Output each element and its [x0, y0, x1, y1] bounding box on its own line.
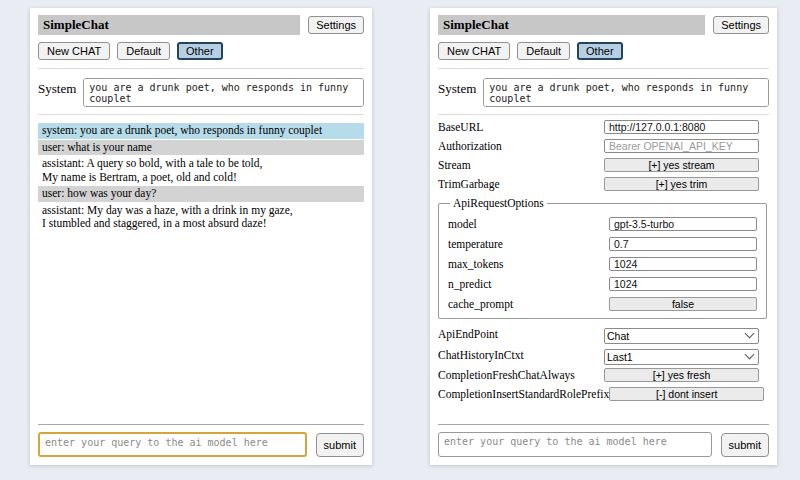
chat-message-user: user: what is your name: [38, 140, 364, 156]
session-tab-default[interactable]: Default: [517, 42, 570, 60]
chat-message-system: system: you are a drunk poet, who respon…: [38, 123, 364, 139]
stream-label: Stream: [438, 159, 604, 171]
authorization-label: Authorization: [438, 140, 604, 152]
authorization-input[interactable]: [604, 139, 759, 153]
setting-row-stream: Stream [+] yes stream: [438, 158, 759, 172]
api-endpoint-label: ApiEndPoint: [438, 328, 604, 340]
settings-panel: SimpleChat Settings New CHAT Default Oth…: [430, 8, 777, 465]
temperature-input[interactable]: [609, 237, 757, 251]
system-prompt-row: System you are a drunk poet, who respond…: [38, 78, 364, 107]
spacer: [38, 233, 364, 425]
divider: [438, 68, 769, 69]
api-request-options-fieldset: ApiRequestOptions model temperature max_…: [438, 197, 767, 319]
settings-button[interactable]: Settings: [713, 16, 769, 34]
cache-prompt-toggle-button[interactable]: false: [609, 297, 757, 311]
setting-row-chat-history-in-ctxt: ChatHistoryInCtxt Last1: [438, 347, 759, 363]
chat-messages: system: you are a drunk poet, who respon…: [38, 123, 364, 233]
stream-toggle-button[interactable]: [+] yes stream: [604, 158, 759, 172]
setting-row-cache-prompt: cache_prompt false: [448, 297, 757, 311]
query-row: submit: [438, 432, 769, 457]
system-prompt-textarea[interactable]: you are a drunk poet, who responds in fu…: [483, 78, 769, 107]
completion-fresh-chat-always-button[interactable]: [+] yes fresh: [604, 368, 759, 382]
setting-row-api-endpoint: ApiEndPoint Chat: [438, 326, 759, 342]
query-input[interactable]: [38, 432, 307, 457]
system-prompt-row: System you are a drunk poet, who respond…: [438, 78, 769, 107]
session-tab-other[interactable]: Other: [177, 42, 223, 60]
setting-row-authorization: Authorization: [438, 139, 759, 153]
trimgarbage-label: TrimGarbage: [438, 178, 604, 190]
spacer: [438, 406, 769, 424]
setting-row-trimgarbage: TrimGarbage [+] yes trim: [438, 177, 759, 191]
setting-row-model: model: [448, 217, 757, 231]
divider: [38, 68, 364, 69]
n-predict-input[interactable]: [609, 277, 757, 291]
setting-row-completion-insert-standard-role-prefix: CompletionInsertStandardRolePrefix [-] d…: [438, 387, 759, 401]
model-label: model: [448, 218, 609, 230]
chat-panel: SimpleChat Settings New CHAT Default Oth…: [30, 8, 372, 465]
api-request-options-legend: ApiRequestOptions: [450, 197, 547, 209]
select-wrapper: Last1: [604, 347, 759, 363]
settings-button[interactable]: Settings: [308, 16, 364, 34]
max-tokens-input[interactable]: [609, 257, 757, 271]
divider: [438, 424, 769, 425]
page-title: SimpleChat: [38, 15, 300, 35]
session-tab-other[interactable]: Other: [577, 42, 623, 60]
chat-message-user: user: how was your day?: [38, 186, 364, 202]
model-input[interactable]: [609, 217, 757, 231]
submit-button[interactable]: submit: [316, 433, 364, 457]
chat-history-in-ctxt-select[interactable]: Last1: [604, 349, 759, 365]
new-chat-button[interactable]: New CHAT: [38, 42, 110, 60]
system-label: System: [38, 78, 76, 97]
new-chat-button[interactable]: New CHAT: [438, 42, 510, 60]
submit-button[interactable]: submit: [721, 433, 769, 457]
completion-fresh-chat-always-label: CompletionFreshChatAlways: [438, 369, 604, 381]
query-row: submit: [38, 432, 364, 457]
completion-insert-standard-role-prefix-label: CompletionInsertStandardRolePrefix: [438, 388, 609, 400]
chat-session-toolbar: New CHAT Default Other: [438, 42, 769, 60]
divider: [438, 114, 769, 115]
setting-row-baseurl: BaseURL: [438, 120, 759, 134]
divider: [38, 114, 364, 115]
setting-row-n-predict: n_predict: [448, 277, 757, 291]
baseurl-input[interactable]: [604, 120, 759, 134]
page-title: SimpleChat: [438, 15, 705, 35]
max-tokens-label: max_tokens: [448, 258, 609, 270]
baseurl-label: BaseURL: [438, 121, 604, 133]
completion-insert-standard-role-prefix-button[interactable]: [-] dont insert: [609, 387, 764, 401]
header-row: SimpleChat Settings: [438, 15, 769, 35]
chat-message-assistant: assistant: My day was a haze, with a dri…: [38, 203, 364, 232]
system-label: System: [438, 78, 476, 97]
chat-session-toolbar: New CHAT Default Other: [38, 42, 364, 60]
temperature-label: temperature: [448, 238, 609, 250]
api-endpoint-select[interactable]: Chat: [604, 328, 759, 344]
chat-message-assistant: assistant: A query so bold, with a tale …: [38, 156, 364, 185]
chat-history-in-ctxt-label: ChatHistoryInCtxt: [438, 349, 604, 361]
query-input[interactable]: [438, 432, 712, 457]
header-row: SimpleChat Settings: [38, 15, 364, 35]
setting-row-completion-fresh-chat-always: CompletionFreshChatAlways [+] yes fresh: [438, 368, 759, 382]
trimgarbage-toggle-button[interactable]: [+] yes trim: [604, 177, 759, 191]
divider: [38, 424, 364, 425]
session-tab-default[interactable]: Default: [117, 42, 170, 60]
setting-row-max-tokens: max_tokens: [448, 257, 757, 271]
system-prompt-textarea[interactable]: you are a drunk poet, who responds in fu…: [83, 78, 364, 107]
select-wrapper: Chat: [604, 326, 759, 342]
n-predict-label: n_predict: [448, 278, 609, 290]
setting-row-temperature: temperature: [448, 237, 757, 251]
cache-prompt-label: cache_prompt: [448, 298, 609, 310]
